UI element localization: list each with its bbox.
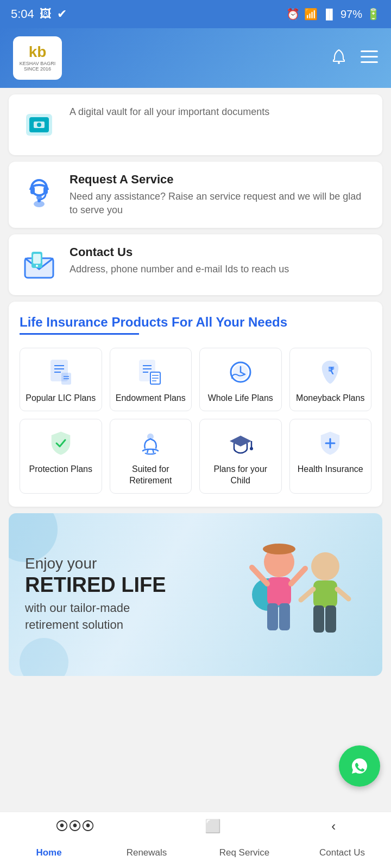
svg-rect-50 (267, 577, 291, 605)
request-service-card[interactable]: Request A Service Need any assistance? R… (9, 162, 382, 228)
document2-icon (135, 357, 166, 387)
clock-hand-icon (225, 357, 256, 387)
popular-lic-item[interactable]: Popular LIC Plans (20, 348, 102, 411)
svg-rect-59 (313, 605, 324, 633)
svg-rect-2 (361, 56, 378, 58)
battery-display: 97% (340, 8, 362, 21)
svg-marker-42 (230, 436, 251, 446)
recent-apps-icon[interactable]: ⦿⦿⦿ (55, 819, 94, 834)
whatsapp-icon (348, 754, 371, 778)
svg-point-7 (37, 123, 41, 127)
vault-icon-wrap (20, 105, 59, 144)
retirement-banner: Enjoy your RETIRED LIFE with our tailor-… (9, 513, 382, 676)
status-right: ⏰ 📶 ▐▌ 97% 🔋 (286, 8, 380, 21)
popular-lic-label: Popular LIC Plans (26, 393, 96, 404)
signal-icon: ▐▌ (322, 9, 336, 20)
header-icons (330, 48, 378, 69)
svg-line-57 (301, 589, 313, 600)
document-icon (46, 357, 76, 387)
status-left: 5:04 🖼 ✔ (11, 7, 67, 21)
svg-rect-17 (33, 254, 41, 264)
wifi-icon: 📶 (304, 8, 318, 21)
rocking-chair-icon (135, 428, 166, 458)
endowment-label: Endowment Plans (116, 393, 186, 404)
svg-point-39 (148, 434, 153, 439)
digital-vault-card[interactable]: A digital vault for all your important d… (9, 94, 382, 155)
health-label: Health Insurance (298, 464, 363, 475)
insurance-section-title: Life Insurance Products For All Your Nee… (20, 315, 371, 330)
svg-rect-53 (267, 603, 278, 630)
banner-illustration (219, 524, 382, 676)
photo-icon: 🖼 (40, 7, 52, 21)
renewals-nav-label: Renewals (127, 847, 167, 858)
svg-point-12 (34, 201, 45, 207)
svg-rect-56 (313, 580, 337, 608)
contact-us-title: Contact Us (70, 245, 289, 259)
insurance-section: Life Insurance Products For All Your Nee… (9, 302, 382, 506)
contact-us-card[interactable]: Contact Us Address, phone number and e-m… (9, 234, 382, 295)
svg-text:₹: ₹ (328, 366, 335, 376)
shield-check-icon (46, 428, 76, 458)
svg-rect-3 (361, 61, 378, 63)
svg-rect-54 (279, 603, 290, 630)
bottom-spacer (0, 682, 391, 769)
time-display: 5:04 (11, 7, 34, 21)
request-service-text: Request A Service Need any assistance? R… (70, 173, 371, 217)
svg-rect-49 (268, 547, 290, 551)
graduation-icon (225, 428, 256, 458)
insurance-grid: Popular LIC Plans Endowmen (20, 348, 371, 493)
home-system-icon[interactable]: ⬜ (205, 819, 221, 834)
svg-rect-1 (361, 50, 378, 52)
request-service-desc: Need any assistance? Raise an service re… (70, 190, 371, 217)
bell-icon[interactable] (330, 48, 348, 69)
vault-icon (22, 107, 56, 142)
svg-line-58 (337, 589, 349, 599)
app-header: kb KESHAV BAGRISINCE 2016 (0, 28, 391, 88)
moneyback-label: Moneyback Plans (296, 393, 364, 404)
contact-us-desc: Address, phone number and e-mail Ids to … (70, 263, 289, 276)
endowment-item[interactable]: Endowment Plans (110, 348, 192, 411)
logo-subtitle: KESHAV BAGRISINCE 2016 (20, 61, 55, 72)
logo[interactable]: kb KESHAV BAGRISINCE 2016 (13, 36, 62, 80)
headset-icon-wrap (20, 173, 59, 212)
title-underline (20, 333, 139, 335)
svg-point-55 (311, 552, 339, 580)
health-item[interactable]: Health Insurance (289, 419, 372, 494)
mail-icon-wrap (20, 245, 59, 284)
alarm-icon: ⏰ (286, 8, 300, 21)
back-system-icon[interactable]: ‹ (331, 819, 336, 834)
moneyback-item[interactable]: ₹ Moneyback Plans (289, 348, 372, 411)
retirement-item[interactable]: Suited for Retirement (110, 419, 192, 494)
whole-life-item[interactable]: Whole Life Plans (199, 348, 282, 411)
system-nav: ⦿⦿⦿ ⬜ ‹ (0, 812, 391, 840)
vault-card-text: A digital vault for all your important d… (70, 105, 269, 119)
child-plans-label: Plans for your Child (204, 464, 277, 487)
svg-point-44 (250, 447, 253, 450)
svg-line-51 (252, 567, 267, 584)
logo-text: kb (20, 44, 55, 60)
contact-us-text: Contact Us Address, phone number and e-m… (70, 245, 289, 276)
svg-point-18 (36, 265, 38, 267)
whole-life-label: Whole Life Plans (208, 393, 273, 404)
svg-line-52 (291, 569, 305, 584)
status-bar: 5:04 🖼 ✔ ⏰ 📶 ▐▌ 97% 🔋 (0, 0, 391, 28)
hamburger-icon[interactable] (361, 49, 378, 67)
headset-icon (22, 175, 56, 209)
child-plans-item[interactable]: Plans for your Child (199, 419, 282, 494)
request-service-title: Request A Service (70, 173, 371, 187)
mail-icon (22, 247, 56, 282)
battery-icon: 🔋 (367, 8, 380, 21)
svg-point-0 (338, 62, 340, 64)
protection-item[interactable]: Protection Plans (20, 419, 102, 494)
main-content: A digital vault for all your important d… (0, 94, 391, 769)
check-icon: ✔ (57, 7, 67, 21)
contact-us-nav-label: Contact Us (319, 847, 365, 858)
shield-plus-icon (315, 428, 345, 458)
svg-point-13 (36, 195, 42, 200)
req-service-nav-label: Req Service (219, 847, 270, 858)
svg-rect-60 (325, 605, 336, 633)
retirement-label: Suited for Retirement (115, 464, 187, 487)
protection-label: Protection Plans (29, 464, 92, 475)
vault-description: A digital vault for all your important d… (70, 105, 269, 119)
whatsapp-fab[interactable] (339, 745, 380, 787)
